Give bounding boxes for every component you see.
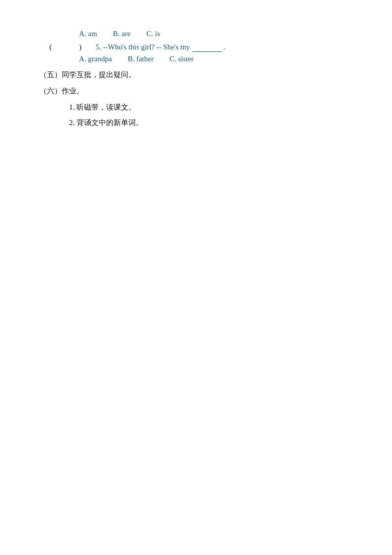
q4-options: A. am B. are C. is (79, 30, 353, 38)
q5-number: 5. (94, 43, 103, 51)
q5-option-a: A. grandpa (79, 55, 112, 63)
homework-item-1: 1. 听磁带，读课文。 (69, 101, 353, 114)
q5-options: A. grandpa B. father C. sister (79, 55, 353, 63)
section-6-title: （六）作业。 (39, 85, 353, 98)
q5-bracket-space (64, 43, 76, 51)
section-5-title: （五）同学互批，提出疑问。 (39, 68, 353, 82)
q5-line: ( ) 5. --Who's this girl? -- She's my . (49, 43, 353, 52)
q5-blank (192, 43, 222, 52)
q4-option-b: B. are (113, 30, 131, 38)
homework-item-2: 2. 背诵文中的新单词。 (69, 116, 353, 129)
q5-bracket-left: ( (49, 43, 61, 51)
main-content: A. am B. are C. is ( ) 5. --Who's this g… (39, 30, 353, 129)
q4-option-a: A. am (79, 30, 97, 38)
section-5: （五）同学互批，提出疑问。 (39, 68, 353, 82)
q5-period: . (224, 43, 226, 51)
section-6: （六）作业。 1. 听磁带，读课文。 2. 背诵文中的新单词。 (39, 85, 353, 129)
q4-option-c: C. is (147, 30, 160, 38)
q5-text: --Who's this girl? -- She's my (103, 43, 190, 51)
q5-option-b: B. father (128, 55, 154, 63)
q5-option-c: C. sister (169, 55, 194, 63)
q5-bracket-right: ) (79, 43, 91, 51)
